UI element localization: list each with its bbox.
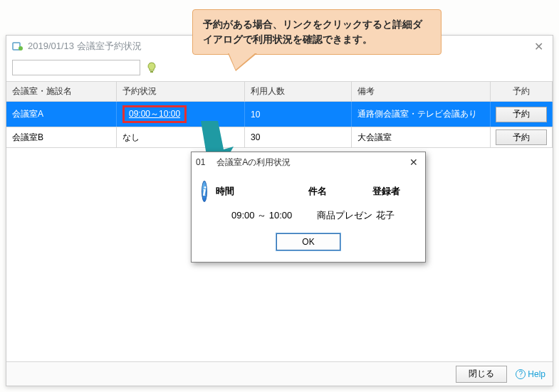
cell-status: 09:00～10:00 bbox=[117, 102, 245, 127]
reservation-time-link[interactable]: 09:00～10:00 bbox=[129, 109, 180, 119]
dialog-title-prefix: 01 bbox=[196, 157, 205, 167]
cell-action: 予約 bbox=[491, 102, 553, 127]
dialog-close-button[interactable]: ✕ bbox=[407, 155, 421, 169]
col-header-capacity: 利用人数 bbox=[245, 82, 352, 101]
help-icon: ? bbox=[516, 369, 526, 379]
dialog-button-row: OK bbox=[202, 233, 415, 250]
toolbar bbox=[6, 57, 553, 81]
callout-text: 予約がある場合、リンクをクリックすると詳細ダイアログで利用状況を確認できます。 bbox=[203, 18, 422, 45]
dlg-col-registrant: 登録者 bbox=[372, 185, 415, 198]
dlg-data-time: 09:00 ～ 10:00 bbox=[231, 209, 317, 222]
dlg-col-subject: 件名 bbox=[308, 185, 372, 198]
cell-capacity: 10 bbox=[245, 102, 352, 127]
cell-room: 会議室B bbox=[6, 127, 117, 147]
cell-capacity: 30 bbox=[245, 127, 352, 147]
col-header-status: 予約状況 bbox=[117, 82, 245, 101]
cell-action: 予約 bbox=[491, 127, 553, 147]
ok-button[interactable]: OK bbox=[276, 233, 340, 250]
highlight-box: 09:00～10:00 bbox=[122, 105, 187, 123]
cell-room: 会議室A bbox=[6, 102, 117, 127]
cell-status: なし bbox=[117, 127, 245, 147]
dlg-data-registrant: 花子 bbox=[376, 209, 415, 222]
footer: 閉じる ? Help bbox=[6, 361, 553, 386]
col-header-note: 備考 bbox=[352, 82, 491, 101]
help-link[interactable]: ? Help bbox=[516, 369, 545, 379]
dialog-titlebar: 01 会議室Aの利用状況 ✕ bbox=[192, 152, 425, 172]
cell-note: 大会議室 bbox=[352, 127, 491, 147]
help-label: Help bbox=[528, 369, 545, 379]
svg-rect-3 bbox=[150, 71, 153, 73]
svg-point-2 bbox=[19, 46, 23, 51]
table-row[interactable]: 会議室B なし 30 大会議室 予約 bbox=[6, 127, 553, 148]
cell-note: 通路側会議室・テレビ会議あり bbox=[352, 102, 491, 127]
dialog-body: i 時間 件名 登録者 09:00 ～ 10:00 商品プレゼン 花子 OK bbox=[192, 172, 425, 262]
app-icon bbox=[12, 41, 23, 52]
dialog-header-row: i 時間 件名 登録者 bbox=[202, 181, 415, 202]
reserve-button[interactable]: 予約 bbox=[496, 129, 547, 145]
usage-detail-dialog: 01 会議室Aの利用状況 ✕ i 時間 件名 登録者 09:00 ～ 10:00… bbox=[191, 152, 426, 263]
close-button[interactable]: 閉じる bbox=[456, 366, 507, 383]
window-close-button[interactable]: ✕ bbox=[530, 38, 547, 55]
info-icon: i bbox=[202, 181, 207, 202]
search-input[interactable] bbox=[12, 60, 140, 75]
dlg-data-subject: 商品プレゼン bbox=[317, 209, 376, 222]
reservation-grid: 会議室・施設名 予約状況 利用人数 備考 予約 会議室A 09:00～10:00… bbox=[6, 81, 553, 148]
help-callout: 予約がある場合、リンクをクリックすると詳細ダイアログで利用状況を確認できます。 bbox=[192, 9, 442, 55]
reserve-button[interactable]: 予約 bbox=[496, 107, 547, 122]
dialog-title: 会議室Aの利用状況 bbox=[215, 157, 407, 169]
col-header-action: 予約 bbox=[491, 82, 553, 101]
dialog-data-row: 09:00 ～ 10:00 商品プレゼン 花子 bbox=[202, 209, 415, 222]
col-header-room: 会議室・施設名 bbox=[6, 82, 117, 101]
table-row[interactable]: 会議室A 09:00～10:00 10 通路側会議室・テレビ会議あり 予約 bbox=[6, 102, 553, 127]
hint-bulb-icon[interactable] bbox=[146, 62, 157, 73]
dlg-col-time: 時間 bbox=[216, 185, 308, 198]
grid-header: 会議室・施設名 予約状況 利用人数 備考 予約 bbox=[6, 82, 553, 102]
dialog-column-headers: 時間 件名 登録者 bbox=[216, 185, 415, 198]
